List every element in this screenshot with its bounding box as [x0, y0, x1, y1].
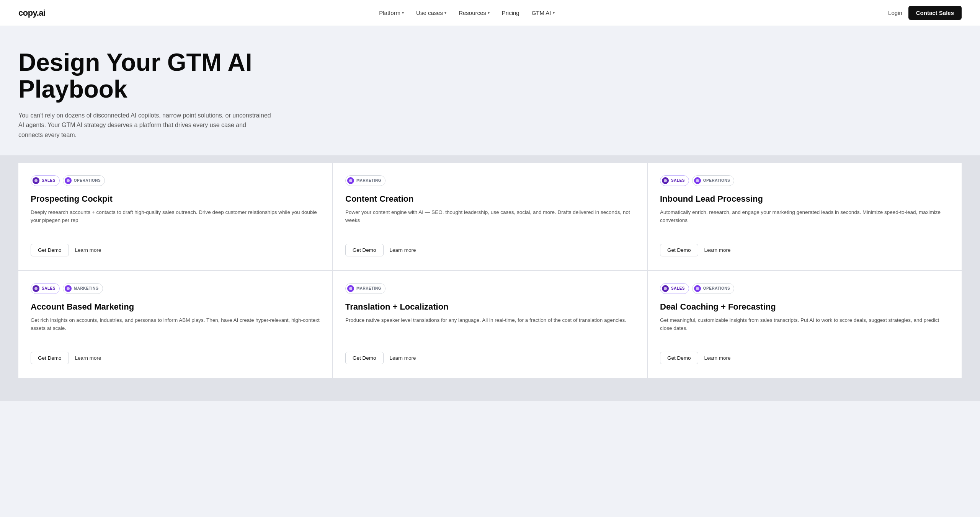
nav-link-1[interactable]: Use cases▾ — [416, 10, 446, 16]
card-0: SALESOPERATIONSProspecting CockpitDeeply… — [18, 163, 332, 270]
hero-section: Design Your GTM AI Playbook You can't re… — [0, 26, 980, 155]
card-title: Account Based Marketing — [31, 302, 320, 312]
card-4: MARKETINGTranslation + LocalizationProdu… — [333, 271, 647, 378]
chevron-down-icon: ▾ — [444, 11, 446, 15]
logo[interactable]: copy.ai — [18, 8, 46, 18]
tag-sales: SALES — [31, 283, 60, 294]
learn-more-link[interactable]: Learn more — [75, 247, 101, 253]
tag-label: MARKETING — [356, 178, 381, 183]
learn-more-link[interactable]: Learn more — [390, 247, 416, 253]
card-description: Get meaningful, customizable insights fr… — [660, 316, 949, 346]
tag-label: OPERATIONS — [703, 286, 730, 290]
card-1: MARKETINGContent CreationPower your cont… — [333, 163, 647, 270]
chevron-down-icon: ▾ — [488, 11, 490, 15]
hero-description: You can't rely on dozens of disconnected… — [18, 111, 271, 140]
nav-link-4[interactable]: GTM AI▾ — [532, 10, 555, 16]
card-5: SALESOPERATIONSDeal Coaching + Forecasti… — [648, 271, 962, 378]
card-tags: SALESMARKETING — [31, 283, 320, 294]
card-tags: MARKETING — [345, 283, 635, 294]
tag-label: SALES — [671, 286, 685, 290]
nav-item-use-cases[interactable]: Use cases▾ — [416, 10, 446, 16]
tag-operations: OPERATIONS — [692, 283, 734, 294]
get-demo-button[interactable]: Get Demo — [345, 244, 384, 256]
nav-actions: Login Contact Sales — [888, 6, 962, 20]
nav-link-3[interactable]: Pricing — [502, 10, 519, 16]
tag-label: MARKETING — [356, 286, 381, 290]
tag-label: SALES — [42, 286, 56, 290]
card-actions: Get DemoLearn more — [345, 352, 635, 364]
learn-more-link[interactable]: Learn more — [704, 247, 731, 253]
tag-operations: OPERATIONS — [63, 175, 105, 186]
card-actions: Get DemoLearn more — [345, 244, 635, 256]
nav-links: Platform▾Use cases▾Resources▾PricingGTM … — [379, 10, 554, 16]
card-tags: SALESOPERATIONS — [660, 175, 949, 186]
get-demo-button[interactable]: Get Demo — [31, 352, 69, 364]
card-actions: Get DemoLearn more — [660, 352, 949, 364]
get-demo-button[interactable]: Get Demo — [660, 352, 698, 364]
card-tags: SALESOPERATIONS — [660, 283, 949, 294]
get-demo-button[interactable]: Get Demo — [345, 352, 384, 364]
tag-sales: SALES — [660, 175, 689, 186]
cards-grid: SALESOPERATIONSProspecting CockpitDeeply… — [0, 155, 980, 401]
tag-marketing: MARKETING — [345, 283, 385, 294]
card-title: Content Creation — [345, 194, 635, 204]
tag-label: SALES — [42, 178, 56, 183]
card-tags: SALESOPERATIONS — [31, 175, 320, 186]
navbar: copy.ai Platform▾Use cases▾Resources▾Pri… — [0, 0, 980, 26]
tag-marketing: MARKETING — [63, 283, 103, 294]
learn-more-link[interactable]: Learn more — [75, 355, 101, 361]
card-title: Deal Coaching + Forecasting — [660, 302, 949, 312]
chevron-down-icon: ▾ — [553, 11, 555, 15]
card-title: Translation + Localization — [345, 302, 635, 312]
chevron-down-icon: ▾ — [402, 11, 404, 15]
nav-item-platform[interactable]: Platform▾ — [379, 10, 404, 16]
tag-marketing: MARKETING — [345, 175, 385, 186]
hero-title: Design Your GTM AI Playbook — [18, 49, 286, 103]
card-title: Inbound Lead Processing — [660, 194, 949, 204]
card-description: Power your content engine with AI — SEO,… — [345, 209, 635, 238]
card-actions: Get DemoLearn more — [31, 244, 320, 256]
tag-label: OPERATIONS — [74, 178, 101, 183]
contact-sales-button[interactable]: Contact Sales — [908, 6, 962, 20]
card-description: Produce native speaker level translation… — [345, 316, 635, 346]
get-demo-button[interactable]: Get Demo — [31, 244, 69, 256]
tag-sales: SALES — [31, 175, 60, 186]
card-description: Get rich insights on accounts, industrie… — [31, 316, 320, 346]
get-demo-button[interactable]: Get Demo — [660, 244, 698, 256]
tag-sales: SALES — [660, 283, 689, 294]
tag-label: MARKETING — [74, 286, 99, 290]
nav-link-0[interactable]: Platform▾ — [379, 10, 404, 16]
card-tags: MARKETING — [345, 175, 635, 186]
login-button[interactable]: Login — [888, 10, 902, 16]
tag-operations: OPERATIONS — [692, 175, 734, 186]
learn-more-link[interactable]: Learn more — [390, 355, 416, 361]
card-actions: Get DemoLearn more — [660, 244, 949, 256]
nav-link-2[interactable]: Resources▾ — [459, 10, 490, 16]
card-description: Automatically enrich, research, and enga… — [660, 209, 949, 238]
tag-label: SALES — [671, 178, 685, 183]
learn-more-link[interactable]: Learn more — [704, 355, 731, 361]
card-actions: Get DemoLearn more — [31, 352, 320, 364]
nav-item-pricing[interactable]: Pricing — [502, 10, 519, 16]
tag-label: OPERATIONS — [703, 178, 730, 183]
card-3: SALESMARKETINGAccount Based MarketingGet… — [18, 271, 332, 378]
nav-item-gtm-ai[interactable]: GTM AI▾ — [532, 10, 555, 16]
card-2: SALESOPERATIONSInbound Lead ProcessingAu… — [648, 163, 962, 270]
card-title: Prospecting Cockpit — [31, 194, 320, 204]
card-description: Deeply research accounts + contacts to d… — [31, 209, 320, 238]
nav-item-resources[interactable]: Resources▾ — [459, 10, 490, 16]
